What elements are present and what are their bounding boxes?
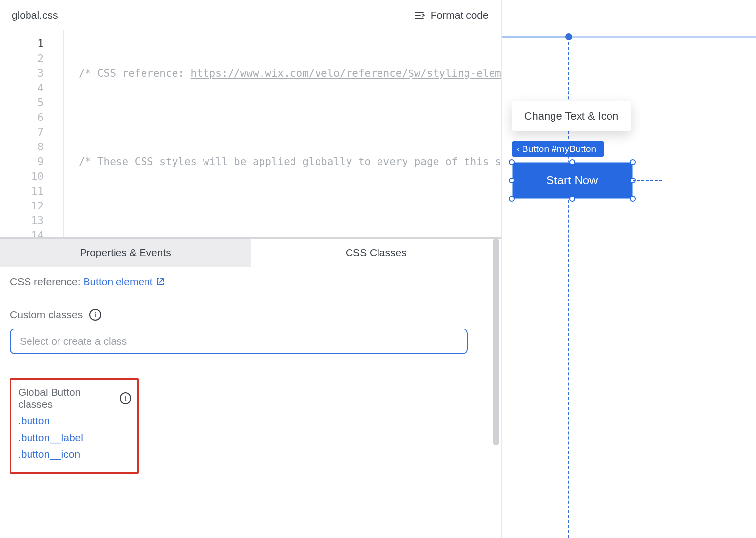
- bottom-panel: Properties & Events CSS Classes CSS refe…: [0, 237, 501, 538]
- custom-classes-label: Custom classes i: [10, 309, 492, 321]
- resize-handle[interactable]: [630, 159, 636, 165]
- file-name: global.css: [12, 9, 58, 21]
- change-text-icon-tooltip[interactable]: Change Text & Icon: [512, 101, 632, 131]
- global-class-item[interactable]: .button__icon: [18, 448, 131, 460]
- info-icon[interactable]: i: [120, 392, 131, 404]
- tab-css-classes[interactable]: CSS Classes: [251, 239, 501, 267]
- canvas-preview[interactable]: Change Text & Icon ‹ Button #myButton St…: [502, 0, 756, 538]
- tab-properties-events[interactable]: Properties & Events: [0, 239, 251, 267]
- resize-handle[interactable]: [630, 196, 636, 202]
- panel-tabs: Properties & Events CSS Classes: [0, 239, 501, 267]
- start-now-button[interactable]: Start Now: [512, 162, 633, 199]
- css-reference-row: CSS reference: Button element: [10, 276, 492, 297]
- global-class-item[interactable]: .button__label: [18, 432, 131, 444]
- global-classes-box: Global Button classes i .button .button_…: [10, 378, 139, 474]
- line-number-gutter: 1234567891011121314: [0, 30, 64, 237]
- code-area[interactable]: /* CSS reference: https://www.wix.com/ve…: [64, 30, 501, 237]
- resize-handle[interactable]: [509, 178, 515, 183]
- global-classes-label: Global Button classes: [18, 387, 113, 410]
- format-code-icon: [414, 11, 425, 20]
- css-reference-link[interactable]: Button element: [83, 276, 164, 288]
- custom-class-input[interactable]: [10, 329, 468, 354]
- format-code-label: Format code: [431, 9, 489, 21]
- ruler-track[interactable]: [502, 36, 756, 38]
- divider: [10, 366, 492, 366]
- selected-element[interactable]: Start Now: [512, 162, 633, 199]
- element-breadcrumb[interactable]: ‹ Button #myButton: [512, 141, 604, 157]
- info-icon[interactable]: i: [89, 309, 101, 321]
- chevron-left-icon: ‹: [517, 145, 519, 153]
- resize-handle[interactable]: [569, 159, 575, 165]
- external-link-icon: [156, 277, 165, 286]
- editor-header: global.css Format code: [0, 0, 501, 30]
- css-reference-label: CSS reference:: [10, 276, 81, 287]
- code-editor[interactable]: 1234567891011121314 /* CSS reference: ht…: [0, 30, 501, 237]
- resize-handle[interactable]: [509, 196, 515, 202]
- resize-handle[interactable]: [509, 159, 515, 165]
- scrollbar-thumb[interactable]: [493, 239, 499, 445]
- format-code-button[interactable]: Format code: [401, 0, 501, 30]
- global-class-item[interactable]: .button: [18, 415, 131, 427]
- guide-handle[interactable]: [565, 33, 572, 40]
- resize-handle[interactable]: [569, 196, 575, 202]
- spacing-guide: [633, 180, 662, 181]
- file-tab[interactable]: global.css: [0, 9, 69, 21]
